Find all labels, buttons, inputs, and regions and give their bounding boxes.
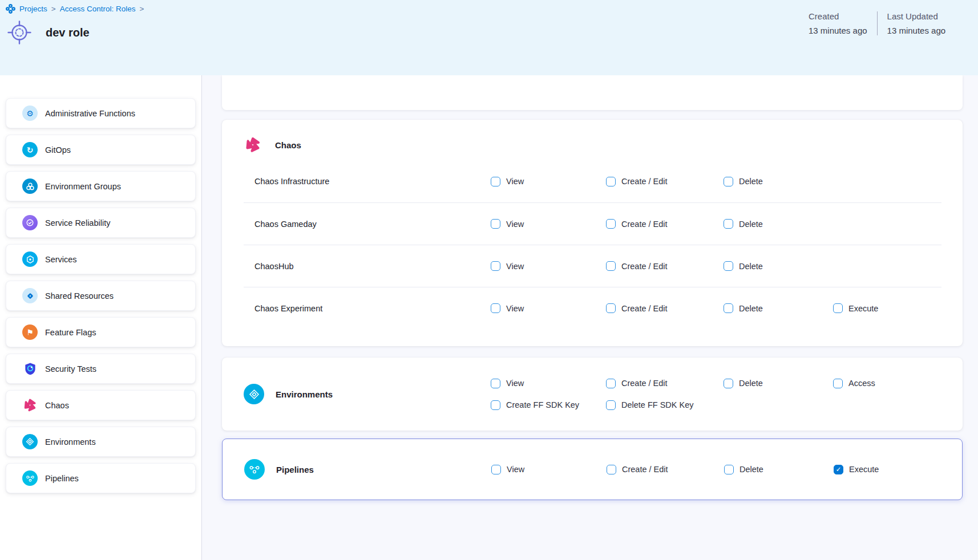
view-checkbox[interactable] [491, 177, 500, 186]
view-checkbox[interactable] [491, 219, 500, 229]
delete-checkbox[interactable] [724, 261, 733, 271]
breadcrumb-access-control-roles[interactable]: Access Control: Roles [60, 5, 136, 13]
permission-delete[interactable]: Delete [724, 303, 833, 313]
sidebar-item-label: Service Reliability [45, 218, 110, 228]
created-value: 13 minutes ago [809, 26, 867, 35]
table-row-chaos-gameday: Chaos Gameday View Create / Edit Delete [244, 202, 941, 245]
gear-icon: ⚙ [22, 105, 38, 121]
permission-view[interactable]: View [491, 303, 606, 313]
last-updated-value: 13 minutes ago [887, 26, 946, 35]
sidebar-item-label: Chaos [45, 401, 69, 410]
permission-delete[interactable]: Delete [724, 261, 833, 271]
delete-checkbox[interactable] [724, 219, 733, 229]
permission-create-edit[interactable]: Create / Edit [606, 303, 724, 313]
sidebar-item-environments[interactable]: Environments [6, 427, 196, 457]
create-ff-sdk-key-checkbox[interactable] [491, 400, 500, 410]
execute-checkbox[interactable] [834, 465, 843, 474]
environment-groups-icon [22, 178, 38, 194]
permission-execute[interactable]: Execute [833, 303, 941, 313]
view-checkbox[interactable] [491, 303, 500, 313]
created-meta: Created 13 minutes ago [809, 11, 877, 35]
gitops-icon: ↻ [22, 142, 38, 157]
permission-view[interactable]: View [491, 465, 607, 474]
permission-create-edit[interactable]: Create / Edit [606, 219, 724, 229]
shared-resources-icon [22, 288, 38, 303]
sidebar-item-label: Environment Groups [45, 182, 121, 191]
row-label: Chaos Gameday [244, 220, 491, 229]
delete-checkbox[interactable] [724, 303, 733, 313]
permission-view[interactable]: View [491, 219, 606, 229]
sidebar-item-label: GitOps [45, 145, 71, 155]
breadcrumb-separator: > [139, 5, 144, 13]
create-edit-checkbox[interactable] [606, 379, 616, 388]
created-label: Created [809, 11, 867, 21]
sidebar-item-label: Environments [45, 437, 96, 447]
sidebar-item-label: Shared Resources [45, 291, 114, 301]
row-label: ChaosHub [244, 262, 491, 271]
sidebar-item-feature-flags[interactable]: ⚑ Feature Flags [6, 317, 196, 347]
permission-delete[interactable]: Delete [724, 379, 833, 388]
environments-icon [244, 384, 264, 404]
create-edit-checkbox[interactable] [606, 177, 616, 186]
sidebar-item-services[interactable]: Services [6, 244, 196, 274]
permission-delete-ff-sdk-key[interactable]: Delete FF SDK Key [606, 400, 833, 410]
create-edit-checkbox[interactable] [606, 303, 616, 313]
permission-create-edit[interactable]: Create / Edit [607, 465, 724, 474]
permission-view[interactable]: View [491, 261, 606, 271]
execute-checkbox[interactable] [833, 303, 843, 313]
sidebar-item-label: Pipelines [45, 474, 79, 483]
sidebar-item-chaos[interactable]: Chaos [6, 390, 196, 420]
permission-delete[interactable]: Delete [724, 177, 833, 186]
pipelines-icon [22, 470, 38, 486]
delete-ff-sdk-key-checkbox[interactable] [606, 400, 616, 410]
view-checkbox[interactable] [491, 465, 501, 474]
sidebar-item-pipelines[interactable]: Pipelines [6, 463, 196, 493]
create-edit-checkbox[interactable] [606, 219, 616, 229]
role-target-icon [6, 19, 33, 46]
sidebar-item-security-tests[interactable]: Security Tests [6, 354, 196, 384]
permissions-panel: Chaos Chaos Infrastructure View Create /… [202, 75, 978, 560]
create-edit-checkbox[interactable] [607, 465, 616, 474]
environments-permissions-card: Environments View Create / Edit Delete A… [222, 358, 963, 431]
permission-view[interactable]: View [491, 177, 606, 186]
last-updated-label: Last Updated [887, 11, 946, 21]
permission-create-edit[interactable]: Create / Edit [606, 379, 724, 388]
security-tests-icon [22, 361, 38, 376]
sidebar-item-gitops[interactable]: ↻ GitOps [6, 135, 196, 165]
delete-checkbox[interactable] [724, 177, 733, 186]
sidebar-item-environment-groups[interactable]: Environment Groups [6, 171, 196, 201]
sidebar-item-service-reliability[interactable]: Service Reliability [6, 208, 196, 238]
card-title: Chaos [275, 140, 301, 150]
row-label: Chaos Experiment [244, 304, 491, 313]
resource-category-sidebar: ⚙ Administrative Functions ↻ GitOps Envi… [0, 75, 202, 560]
card-title: Pipelines [276, 465, 314, 474]
sidebar-item-shared-resources[interactable]: Shared Resources [6, 281, 196, 311]
sidebar-item-label: Services [45, 255, 77, 264]
card-title: Environments [276, 389, 333, 399]
permission-create-edit[interactable]: Create / Edit [606, 177, 724, 186]
view-checkbox[interactable] [491, 261, 500, 271]
permission-delete[interactable]: Delete [724, 465, 834, 474]
permission-create-edit[interactable]: Create / Edit [606, 261, 724, 271]
pipelines-permissions-card[interactable]: Pipelines View Create / Edit Delete Exec… [222, 439, 963, 500]
permission-delete[interactable]: Delete [724, 219, 833, 229]
sidebar-item-label: Feature Flags [45, 328, 96, 337]
view-checkbox[interactable] [491, 379, 500, 388]
access-checkbox[interactable] [833, 379, 843, 388]
projects-icon [6, 4, 15, 14]
feature-flags-icon: ⚑ [22, 324, 38, 340]
sidebar-item-label: Administrative Functions [45, 109, 135, 118]
breadcrumb: Projects > Access Control: Roles > [6, 4, 144, 14]
permission-view[interactable]: View [491, 379, 606, 388]
previous-resource-card-partial [222, 75, 963, 110]
permission-execute[interactable]: Execute [834, 465, 941, 474]
sidebar-item-administrative-functions[interactable]: ⚙ Administrative Functions [6, 98, 196, 128]
chaos-icon [22, 397, 38, 413]
breadcrumb-projects[interactable]: Projects [19, 5, 47, 13]
delete-checkbox[interactable] [724, 465, 734, 474]
permission-access[interactable]: Access [833, 379, 941, 388]
create-edit-checkbox[interactable] [606, 261, 616, 271]
last-updated-meta: Last Updated 13 minutes ago [877, 11, 946, 35]
delete-checkbox[interactable] [724, 379, 733, 388]
permission-create-ff-sdk-key[interactable]: Create FF SDK Key [491, 400, 606, 410]
